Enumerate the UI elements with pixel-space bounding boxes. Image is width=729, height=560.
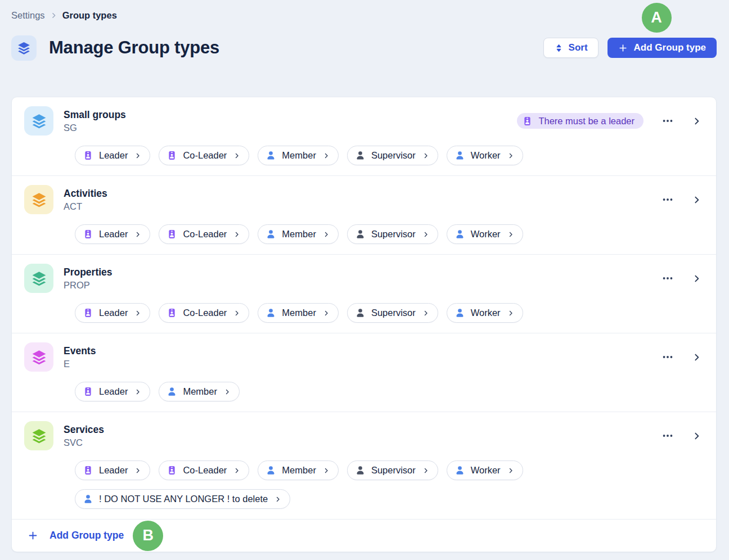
group-type-code: E <box>64 358 96 371</box>
group-types-settings-page: Settings Group types Manage Group types … <box>0 0 729 560</box>
group-type-row[interactable]: Small groups SG There must be a leader L… <box>12 97 716 176</box>
role-pill[interactable]: Member <box>258 146 339 165</box>
chevron-right-icon <box>233 310 240 317</box>
group-type-row-header: Properties PROP <box>24 264 701 293</box>
group-type-row[interactable]: Events E Leader Member <box>12 333 716 412</box>
group-type-row-actions <box>662 430 701 442</box>
role-pill-label: Member <box>282 308 316 318</box>
group-type-row[interactable]: Services SVC Leader Co-Leader <box>12 412 716 520</box>
id-badge-icon <box>83 308 93 318</box>
more-options-button[interactable] <box>662 430 674 442</box>
role-pill[interactable]: Supervisor <box>347 146 438 165</box>
add-group-type-button[interactable]: Add Group type <box>608 38 717 58</box>
group-type-layers-icon <box>24 421 53 450</box>
chevron-right-icon <box>692 116 701 126</box>
role-pill[interactable]: Member <box>258 224 339 244</box>
open-group-type-button[interactable] <box>692 353 701 362</box>
role-pill[interactable]: Leader <box>75 460 150 480</box>
header-actions: Sort Add Group type A <box>543 38 717 58</box>
role-pill-list: Leader Member <box>75 382 701 401</box>
person-icon <box>266 229 276 240</box>
more-options-button[interactable] <box>662 351 674 363</box>
role-pill[interactable]: Co-Leader <box>159 146 249 165</box>
chevron-right-icon <box>422 310 429 317</box>
chevron-right-icon <box>692 431 701 441</box>
role-pill[interactable]: Worker <box>447 303 523 323</box>
chevron-right-icon <box>134 467 141 474</box>
id-badge-icon <box>166 465 177 476</box>
role-pill[interactable]: Leader <box>75 224 150 244</box>
role-pill[interactable]: Co-Leader <box>159 460 249 480</box>
role-pill[interactable]: Leader <box>75 303 150 323</box>
chevron-right-icon <box>323 231 330 238</box>
annotation-marker-b: B <box>133 521 163 551</box>
group-types-layers-icon <box>11 35 37 61</box>
role-pill[interactable]: Leader <box>75 146 150 165</box>
add-group-type-link[interactable]: Add Group type <box>28 530 124 541</box>
group-type-layers-icon <box>24 185 53 214</box>
group-type-name: Small groups <box>64 108 126 121</box>
chevron-right-icon <box>422 467 429 474</box>
page-title: Manage Group types <box>49 38 219 58</box>
chevron-right-icon <box>507 231 514 238</box>
add-group-type-wrap: Add Group type A <box>608 38 717 58</box>
group-type-row-actions <box>662 193 701 206</box>
role-pill[interactable]: Supervisor <box>347 460 438 480</box>
chevron-right-icon <box>507 152 514 159</box>
role-pill[interactable]: Leader <box>75 382 150 401</box>
role-pill[interactable]: Member <box>258 460 339 480</box>
role-pill-label: Member <box>282 465 316 476</box>
id-badge-icon <box>83 386 93 397</box>
open-group-type-button[interactable] <box>692 431 701 441</box>
id-badge-icon <box>166 150 177 161</box>
person-icon <box>454 150 465 161</box>
role-pill-label: Leader <box>99 229 128 240</box>
person-icon <box>266 150 276 161</box>
group-type-row-header: Services SVC <box>24 421 701 450</box>
role-pill[interactable]: Worker <box>447 460 523 480</box>
person-icon <box>266 308 276 318</box>
group-type-row[interactable]: Properties PROP Leader Co-Leader <box>12 255 716 333</box>
chevron-right-icon <box>323 152 330 159</box>
group-type-name: Events <box>64 344 96 358</box>
chevron-right-icon <box>134 152 141 159</box>
person-icon <box>355 308 366 318</box>
role-pill-label: Worker <box>471 150 501 161</box>
role-pill[interactable]: Supervisor <box>347 224 438 244</box>
chevron-right-icon <box>134 231 141 238</box>
role-pill[interactable]: Worker <box>447 146 523 165</box>
role-pill[interactable]: Co-Leader <box>159 303 249 323</box>
role-pill-label: Co-Leader <box>183 150 227 161</box>
sort-icon <box>554 43 564 53</box>
role-pill[interactable]: Member <box>159 382 240 401</box>
open-group-type-button[interactable] <box>692 195 701 205</box>
sort-button[interactable]: Sort <box>543 38 598 58</box>
role-pill-list: Leader Co-Leader Member Supervisor Worke… <box>75 303 701 323</box>
more-options-button[interactable] <box>662 193 674 206</box>
group-type-row-header: Activities ACT <box>24 185 701 214</box>
group-type-row[interactable]: Activities ACT Leader Co-Leader <box>12 176 716 255</box>
open-group-type-button[interactable] <box>692 274 701 283</box>
breadcrumb-current: Group types <box>62 10 117 21</box>
role-pill[interactable]: Worker <box>447 224 523 244</box>
role-pill[interactable]: ! DO NOT USE ANY LONGER ! to delete <box>75 489 290 509</box>
group-type-text: Small groups SG <box>64 108 126 134</box>
role-pill-label: Leader <box>99 308 128 318</box>
open-group-type-button[interactable] <box>692 116 701 126</box>
breadcrumb-settings-link[interactable]: Settings <box>11 10 45 21</box>
person-icon <box>166 386 177 397</box>
more-options-button[interactable] <box>662 272 674 284</box>
chevron-right-icon <box>692 195 701 205</box>
more-options-button[interactable] <box>662 115 674 127</box>
role-pill[interactable]: Co-Leader <box>159 224 249 244</box>
chevron-right-icon <box>233 467 240 474</box>
role-pill[interactable]: Supervisor <box>347 303 438 323</box>
id-badge-icon <box>83 465 93 476</box>
group-type-text: Services SVC <box>64 423 104 449</box>
plus-icon <box>618 43 628 53</box>
group-type-row-header: Small groups SG There must be a leader <box>24 106 701 136</box>
role-pill[interactable]: Member <box>258 303 339 323</box>
role-pill-list: Leader Co-Leader Member Supervisor Worke… <box>75 460 701 509</box>
person-icon <box>266 465 276 476</box>
card-footer: Add Group type B <box>12 520 716 552</box>
